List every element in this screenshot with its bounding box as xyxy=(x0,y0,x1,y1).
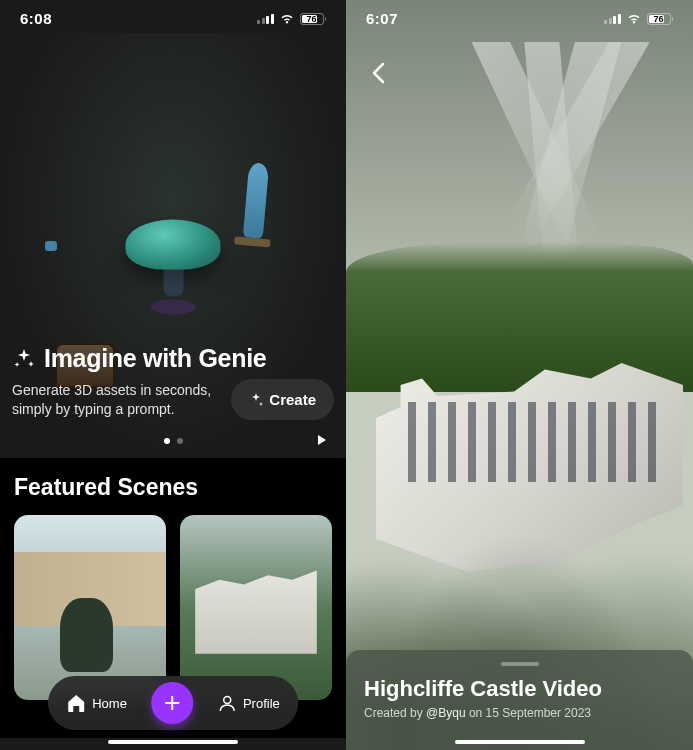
detail-title: Highcliffe Castle Video xyxy=(364,676,675,702)
trees-decoration xyxy=(346,242,693,392)
detail-screen: 6:07 76 xyxy=(346,0,693,750)
page-dot-2[interactable] xyxy=(177,438,183,444)
scene-viewport[interactable] xyxy=(346,42,693,750)
home-icon xyxy=(66,693,86,713)
profile-icon xyxy=(217,693,237,713)
status-icons: 76 xyxy=(257,13,326,25)
nav-home[interactable]: Home xyxy=(60,685,133,721)
status-time: 6:08 xyxy=(20,10,52,27)
sparkle-icon xyxy=(249,393,263,407)
asset-sword-icon xyxy=(243,162,269,238)
play-icon[interactable] xyxy=(318,435,326,445)
create-button[interactable]: Create xyxy=(231,379,334,420)
battery-icon: 76 xyxy=(647,13,674,25)
asset-mushroom-icon xyxy=(126,219,221,314)
status-bar: 6:07 76 xyxy=(346,0,693,33)
detail-sheet[interactable]: Highcliffe Castle Video Created by @Byqu… xyxy=(346,650,693,750)
create-label: Create xyxy=(269,391,316,408)
home-indicator[interactable] xyxy=(455,740,585,744)
wifi-icon xyxy=(626,13,642,25)
status-bar: 6:08 76 xyxy=(0,0,346,33)
hero-title: Imagine with Genie xyxy=(44,344,266,373)
nav-add-button[interactable] xyxy=(151,682,193,724)
status-time: 6:07 xyxy=(366,10,398,27)
hero-subtitle: Generate 3D assets in seconds, simply by… xyxy=(12,381,221,419)
page-dot-1[interactable] xyxy=(164,438,170,444)
detail-author[interactable]: @Byqu xyxy=(426,706,466,720)
asset-crystal-icon xyxy=(45,241,57,251)
featured-cards-row[interactable] xyxy=(14,515,332,700)
status-icons: 76 xyxy=(604,13,673,25)
sheet-handle[interactable] xyxy=(501,662,539,666)
carousel-pagination xyxy=(0,438,346,444)
bottom-nav: Home Profile xyxy=(48,676,298,730)
plus-icon xyxy=(162,693,182,713)
wifi-icon xyxy=(279,13,295,25)
hero-text-block: Imagine with Genie Generate 3D assets in… xyxy=(12,344,334,420)
scene-card[interactable] xyxy=(14,515,166,700)
cellular-signal-icon xyxy=(257,13,274,24)
svg-point-0 xyxy=(223,697,230,704)
detail-meta: Created by @Byqu on 15 September 2023 xyxy=(364,706,675,720)
home-screen: 6:08 76 xyxy=(0,0,346,750)
battery-icon: 76 xyxy=(300,13,327,25)
home-indicator[interactable] xyxy=(108,740,238,744)
scene-card[interactable] xyxy=(180,515,332,700)
cellular-signal-icon xyxy=(604,13,621,24)
hero-carousel[interactable]: Imagine with Genie Generate 3D assets in… xyxy=(0,33,346,458)
featured-title: Featured Scenes xyxy=(14,474,332,501)
nav-profile-label: Profile xyxy=(243,696,280,711)
nav-home-label: Home xyxy=(92,696,127,711)
sparkles-icon xyxy=(12,347,36,371)
nav-profile[interactable]: Profile xyxy=(211,685,286,721)
